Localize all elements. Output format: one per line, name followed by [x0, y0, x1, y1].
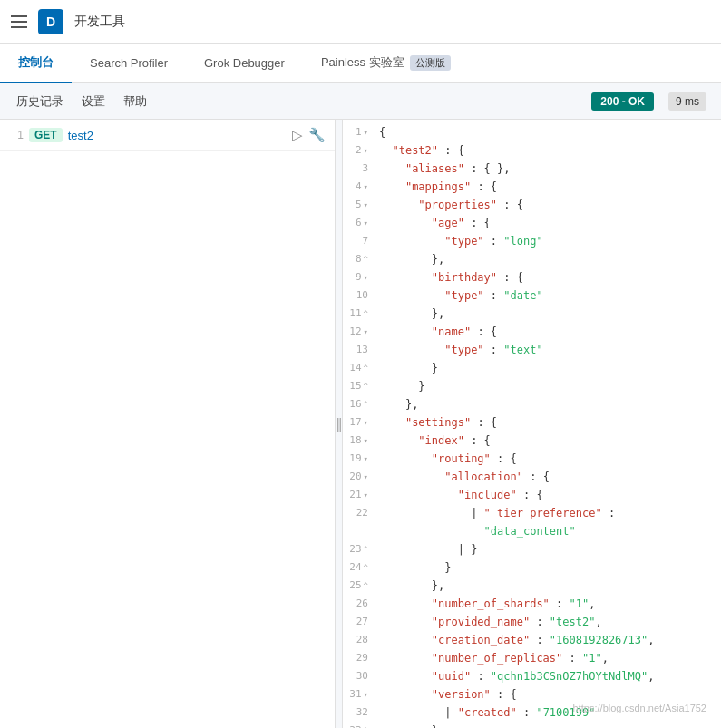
json-line: 1▾ { [343, 123, 721, 141]
request-row: 1 GET test2 ▷ 🔧 [0, 120, 335, 151]
json-line: 18▾ "index" : { [343, 432, 721, 450]
json-line: 14^ } [343, 359, 721, 377]
json-line: 12▾ "name" : { [343, 323, 721, 341]
tab-console[interactable]: 控制台 [0, 44, 72, 83]
json-line: 9▾ "birthday" : { [343, 268, 721, 286]
tab-search-profiler[interactable]: Search Profiler [72, 44, 186, 83]
json-line: 4▾ "mappings" : { [343, 178, 721, 196]
json-line: 20▾ "allocation" : { [343, 468, 721, 486]
json-line: "data_content" [343, 522, 721, 540]
json-line: 33^ } [343, 722, 721, 728]
json-content: 1▾ { 2▾ "test2" : { 3 "aliases" : { }, 4… [343, 120, 721, 728]
json-line: 26 "number_of_shards" : "1", [343, 595, 721, 613]
settings-button[interactable]: 设置 [80, 90, 107, 113]
tab-painless[interactable]: Painless 实验室 公测版 [303, 44, 469, 83]
json-line: 15^ } [343, 377, 721, 395]
app-title: 开发工具 [74, 14, 125, 30]
panel-divider[interactable]: ‖ [336, 120, 343, 728]
json-line: 10 "type" : "date" [343, 286, 721, 305]
time-badge: 9 ms [668, 92, 706, 111]
json-line: 17▾ "settings" : { [343, 413, 721, 432]
action-icons: ▷ 🔧 [292, 127, 326, 143]
endpoint[interactable]: test2 [68, 129, 93, 142]
history-button[interactable]: 历史记录 [15, 90, 65, 113]
help-button[interactable]: 帮助 [122, 90, 149, 113]
json-line: 28 "creation_date" : "1608192826713", [343, 631, 721, 649]
json-line: 21▾ "include" : { [343, 486, 721, 504]
json-line: 3 "aliases" : { }, [343, 160, 721, 178]
json-line: 30 "uuid" : "qchn1b3CSnOZ7hOYtNdlMQ", [343, 667, 721, 685]
top-bar: D 开发工具 [0, 0, 721, 44]
json-line: 23^ | } [343, 540, 721, 558]
json-line: 24^ } [343, 558, 721, 577]
json-line: 13 "type" : "text" [343, 341, 721, 359]
json-line: 27 "provided_name" : "test2", [343, 613, 721, 631]
wrench-icon[interactable]: 🔧 [308, 127, 326, 143]
method-badge: GET [29, 128, 63, 142]
main-content: 1 GET test2 ▷ 🔧 ‖ 1▾ { 2▾ "test2" : { [0, 120, 721, 728]
json-line: 11^ }, [343, 305, 721, 323]
toolbar: 历史记录 设置 帮助 200 - OK 9 ms [0, 83, 721, 120]
json-line: 8^ }, [343, 250, 721, 268]
right-panel[interactable]: 1▾ { 2▾ "test2" : { 3 "aliases" : { }, 4… [343, 120, 721, 728]
left-panel: 1 GET test2 ▷ 🔧 [0, 120, 336, 728]
json-line: 2▾ "test2" : { [343, 141, 721, 160]
app-avatar: D [38, 9, 63, 34]
json-line: 16^ }, [343, 395, 721, 413]
json-line: 5▾ "properties" : { [343, 196, 721, 214]
tab-grok-debugger[interactable]: Grok Debugger [186, 44, 303, 83]
json-line: 19▾ "routing" : { [343, 450, 721, 468]
run-icon[interactable]: ▷ [292, 127, 303, 143]
painless-badge: 公测版 [410, 55, 451, 71]
json-line: 29 "number_of_replicas" : "1", [343, 649, 721, 667]
json-line: 25^ }, [343, 577, 721, 595]
json-line: 7 "type" : "long" [343, 232, 721, 250]
json-line: 22 | "_tier_preference" : [343, 504, 721, 522]
status-badge: 200 - OK [591, 92, 654, 111]
json-line: 31▾ "version" : { [343, 685, 721, 704]
json-line: 6▾ "age" : { [343, 214, 721, 232]
menu-icon[interactable] [11, 15, 27, 28]
json-line: 32 | "created" : "7100199" [343, 704, 721, 722]
nav-tabs: 控制台 Search Profiler Grok Debugger Painle… [0, 44, 721, 83]
request-line-num: 1 [9, 129, 24, 141]
